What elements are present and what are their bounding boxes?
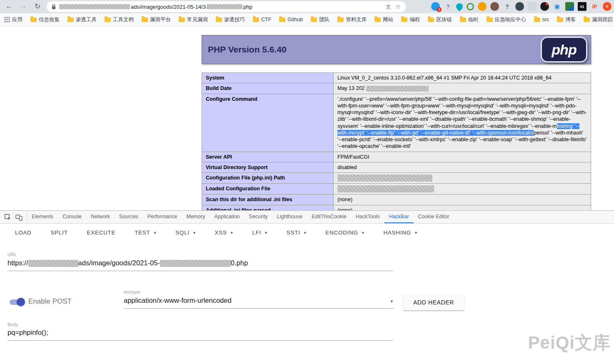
extension-icon-flag[interactable] [565,2,574,11]
bookmark-folder[interactable]: 团队 [311,16,329,23]
bookmark-folder[interactable]: src [534,17,549,22]
tab-memory[interactable]: Memory [182,211,210,223]
tab-elements[interactable]: Elements [27,211,58,223]
tab-sources[interactable]: Sources [115,211,143,223]
phpinfo-table: System Linux VM_0_2_centos 3.10.0-862.el… [202,72,591,210]
folder-icon [428,17,434,22]
extension-icon-01[interactable]: 01 [578,2,587,11]
back-icon[interactable]: ← [4,2,14,10]
bookmark-folder[interactable]: 临时 [460,16,479,23]
row-label: Additional .ini files parsed [202,205,334,210]
bookmark-folder[interactable]: 信息收集 [30,16,60,23]
menu-encoding[interactable]: ENCODING▾ [325,229,364,236]
menu-label: ENCODING [325,229,358,236]
url-input[interactable]: https://ads/image/goods/2021-05-0.php [7,259,393,271]
translate-icon[interactable]: 文 [386,3,391,10]
bookmark-star-icon[interactable]: ☆ [395,3,401,10]
body-field-group: Body pq=phpinfo(); [7,322,393,341]
extension-icon-lp[interactable] [528,2,537,11]
extension-icon-question[interactable]: ? [503,2,512,11]
menu-label: TEST [135,229,150,236]
extension-icon-globe[interactable] [515,2,524,11]
php-version-title: PHP Version 5.6.40 [208,45,287,55]
tab-editthiscookie[interactable]: EditThisCookie [307,211,351,223]
bookmark-label: 漏洞平台 [150,16,171,23]
folder-icon [374,17,381,22]
extension-icon-cookie-dark[interactable] [490,2,499,11]
bookmark-label: 博客 [565,16,576,23]
menu-execute[interactable]: EXECUTE [87,229,116,236]
bookmark-label: 常见漏洞 [187,16,208,23]
menu-split[interactable]: SPLIT [51,229,68,236]
tab-cookie-editor[interactable]: Cookie Editor [414,211,454,223]
enctype-select[interactable]: application/x-www-form-urlencoded ▾ [124,297,394,309]
bookmark-folder[interactable]: 渗透工具 [67,16,97,23]
table-row: Scan this dir for additional .ini files … [202,194,591,205]
toggle-thumb [17,298,25,306]
extension-icon-proxy-off[interactable]: × [603,2,612,11]
enable-post-label: Enable POST [28,297,72,306]
bookmark-folder[interactable]: CTF [253,17,271,22]
bookmark-folder[interactable]: 网站 [374,16,393,23]
menu-xss[interactable]: XSS▾ [215,229,233,236]
bookmark-folder[interactable]: 编程 [401,16,420,23]
tab-hacktools[interactable]: HackTools [351,211,384,223]
bookmark-folder[interactable]: 常见漏洞 [179,16,208,23]
bookmark-folder[interactable]: 工具文档 [105,16,134,23]
menu-test[interactable]: TEST▾ [135,229,156,236]
menu-label: EXECUTE [87,229,116,236]
menu-ssti[interactable]: SSTI▾ [287,229,307,236]
add-header-button[interactable]: ADD HEADER [403,294,464,310]
row-value: disabled [334,162,591,172]
chevron-down-icon: ▾ [265,230,267,235]
bookmark-label: 信息收集 [39,16,60,23]
tab-hackbar[interactable]: HackBar [384,211,414,223]
bookmark-folder[interactable]: 渗透技巧 [216,16,245,23]
extension-icon-help[interactable]: ? [444,2,452,11]
extension-icon-ring[interactable] [467,3,474,10]
menu-load[interactable]: LOAD [15,229,32,236]
bookmark-folder[interactable]: 应急响应中心 [487,16,526,23]
forward-icon[interactable]: → [18,2,28,10]
bookmark-folder[interactable]: 博客 [557,16,576,23]
menu-sqli[interactable]: SQLI▾ [175,229,195,236]
bookmark-folder[interactable]: 漏洞平台 [142,16,171,23]
bookmark-apps[interactable]: 应用 [4,16,22,23]
url-bar[interactable]: ads/image/goods/2021-05-14/3 php 文 ☆ [47,1,406,12]
bookmark-folder[interactable]: 资料文库 [337,16,367,23]
tab-console[interactable]: Console [58,211,86,223]
chevron-down-icon: ▾ [415,230,417,235]
folder-icon [279,17,285,22]
row-value [334,184,591,194]
redacted-block [28,260,78,267]
bookmark-label: 工具文档 [113,16,134,23]
enable-post-toggle[interactable] [8,298,25,306]
menu-hashing[interactable]: HASHING▾ [383,229,417,236]
tab-security[interactable]: Security [245,211,272,223]
menu-lfi[interactable]: LFI▾ [252,229,267,236]
lock-icon [52,4,56,10]
bookmark-label: src [542,17,549,22]
extension-icon-recorder[interactable] [540,2,549,11]
refresh-icon[interactable]: ↻ [32,2,42,11]
inspect-element-icon[interactable] [4,214,11,221]
tab-lighthouse[interactable]: Lighthouse [272,211,307,223]
extension-icon-pin[interactable] [455,2,464,11]
extension-icon-hacktools[interactable]: 3 [431,2,440,11]
body-input[interactable]: pq=phpinfo(); [7,329,393,341]
device-toolbar-icon[interactable] [15,214,22,221]
bookmark-folder[interactable]: Github [279,17,303,22]
php-logo-text: php [552,42,576,58]
bookmark-folder[interactable]: 区块链 [428,16,452,23]
bookmark-folder[interactable]: 漏洞跟踪 [584,16,613,23]
row-label: Virtual Directory Support [202,162,334,172]
extension-icon-ip[interactable]: IP [590,2,599,11]
tab-application[interactable]: Application [210,211,244,223]
bookmark-label: 应急响应中心 [495,16,526,23]
tab-performance[interactable]: Performance [143,211,182,223]
tab-network[interactable]: Network [86,211,115,223]
menu-label: SSTI [287,229,300,236]
extension-icon-asterisk[interactable]: ∗ [553,2,562,11]
extension-icon-cookie[interactable] [478,2,487,11]
hackbar-panel: LOAD SPLIT EXECUTE TEST▾ SQLI▾ XSS▾ LFI▾… [0,224,614,364]
